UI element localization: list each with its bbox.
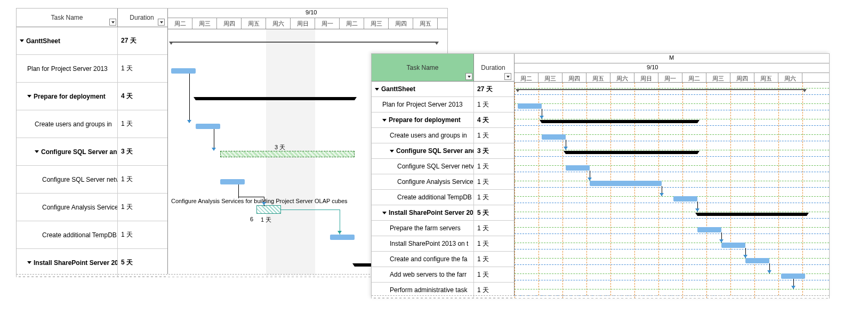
- summary-bar[interactable]: [171, 42, 437, 43]
- summary-bar[interactable]: [566, 151, 697, 154]
- day-header: 周三: [192, 18, 217, 29]
- table-row[interactable]: Configure SQL Server and A3 天: [17, 138, 167, 166]
- task-bar[interactable]: [781, 273, 805, 279]
- task-bar[interactable]: [518, 103, 542, 109]
- task-bar[interactable]: [590, 181, 662, 186]
- arrow-down-icon: [743, 255, 748, 258]
- arrow-down-icon: [767, 270, 771, 273]
- day-header: 周六: [610, 73, 634, 82]
- summary-bar[interactable]: [196, 97, 355, 100]
- day-header: 周五: [242, 18, 266, 29]
- task-name: Plan for Project Server 2013: [27, 65, 108, 73]
- table-row[interactable]: Configure SQL Server netv1 天: [17, 166, 167, 194]
- task-name: Prepare for deployment: [34, 93, 106, 100]
- task-name: Configure SQL Server netv: [42, 176, 118, 183]
- task-duration: 1 天: [118, 194, 166, 221]
- arrow-down-icon: [791, 286, 795, 289]
- filter-icon[interactable]: [158, 19, 165, 26]
- day-header: 周四: [389, 18, 413, 29]
- task-bar[interactable]: [171, 68, 196, 74]
- filter-icon[interactable]: [465, 73, 472, 80]
- col-task-name[interactable]: Task Name: [17, 9, 118, 27]
- progress-bar[interactable]: [220, 151, 355, 157]
- summary-bar[interactable]: [518, 89, 805, 90]
- task-duration: 1 天: [474, 174, 512, 189]
- table-row[interactable]: Prepare for deployment4 天: [372, 112, 514, 128]
- task-bar[interactable]: [196, 124, 220, 129]
- expand-caret-icon[interactable]: [390, 150, 394, 152]
- table-row[interactable]: Create and configure the fa1 天: [372, 252, 514, 267]
- day-header: 周五: [586, 73, 610, 82]
- summary-bar[interactable]: [542, 120, 697, 123]
- task-duration: 4 天: [118, 83, 166, 110]
- task-name: Create additional TempDB: [42, 231, 117, 239]
- table-row[interactable]: Install SharePoint 2013 on t1 天: [372, 236, 514, 252]
- table-row[interactable]: Create additional TempDB1 天: [17, 221, 167, 249]
- bar-annotation: Configure Analysis Services for building…: [171, 198, 348, 204]
- expand-caret-icon[interactable]: [382, 212, 387, 214]
- table-row[interactable]: Configure Analysis Service1 天: [17, 194, 167, 221]
- task-name: GanttSheet: [381, 85, 415, 93]
- task-name: Prepare the farm servers: [390, 224, 461, 232]
- day-header: 周二: [168, 18, 192, 29]
- table-row[interactable]: Prepare for deployment4 天: [17, 83, 167, 110]
- table-row[interactable]: Prepare the farm servers1 天: [372, 221, 514, 236]
- table-row[interactable]: Install SharePoint Server 205 天: [372, 205, 514, 221]
- task-name: Create additional TempDB: [397, 194, 472, 201]
- task-duration: 3 天: [474, 143, 512, 158]
- task-bar[interactable]: [566, 165, 590, 171]
- table-row[interactable]: Configure SQL Server and A3 天: [372, 143, 514, 159]
- filter-icon[interactable]: [504, 73, 511, 80]
- task-bar[interactable]: [697, 227, 721, 232]
- task-name: Prepare for deployment: [389, 116, 461, 124]
- task-duration: 1 天: [118, 55, 166, 82]
- summary-bar[interactable]: [697, 213, 807, 216]
- table-row[interactable]: GanttSheet27 天: [372, 82, 514, 97]
- col-duration[interactable]: Duration: [118, 9, 166, 27]
- task-bar[interactable]: [721, 243, 745, 248]
- arrow-down-icon: [187, 120, 191, 123]
- day-header: 周六: [778, 73, 802, 82]
- col-duration[interactable]: Duration: [474, 54, 512, 81]
- day-header: 周日: [291, 18, 315, 29]
- table-row[interactable]: Add web servers to the farr1 天: [372, 267, 514, 283]
- task-name: Install SharePoint Server 20: [389, 209, 473, 216]
- task-bar[interactable]: [220, 179, 245, 184]
- table-row[interactable]: Create users and groups in1 天: [372, 128, 514, 143]
- expand-caret-icon[interactable]: [382, 119, 387, 122]
- arrow-down-icon: [588, 178, 592, 181]
- expand-caret-icon[interactable]: [20, 39, 24, 42]
- table-row[interactable]: Plan for Project Server 20131 天: [372, 97, 514, 112]
- expand-caret-icon[interactable]: [27, 261, 31, 264]
- task-duration: 27 天: [474, 82, 512, 96]
- task-bar[interactable]: [673, 196, 697, 202]
- hatched-bar[interactable]: [256, 205, 281, 214]
- task-bar[interactable]: [745, 258, 769, 263]
- expand-caret-icon[interactable]: [375, 88, 379, 91]
- day-header: 周二: [682, 73, 706, 82]
- timeline[interactable]: M 9/10 周二周三周四周五周六周日周一周二周三周四周五周六: [515, 54, 829, 298]
- table-row[interactable]: GanttSheet27 天: [17, 27, 167, 55]
- table-row[interactable]: Create users and groups in1 天: [17, 110, 167, 138]
- table-row[interactable]: Plan for Project Server 20131 天: [17, 55, 167, 83]
- table-row[interactable]: Create additional TempDB1 天: [372, 190, 514, 205]
- filter-icon[interactable]: [109, 19, 116, 26]
- task-bar[interactable]: [330, 235, 355, 240]
- expand-caret-icon[interactable]: [35, 150, 39, 153]
- task-duration: 5 天: [474, 205, 512, 220]
- table-row[interactable]: Configure Analysis Service1 天: [372, 174, 514, 190]
- dependency-link: [189, 74, 190, 123]
- expand-caret-icon[interactable]: [27, 95, 31, 98]
- table-row[interactable]: Install SharePoint Server 205 天: [17, 249, 167, 277]
- task-bar[interactable]: [542, 134, 566, 140]
- bar-sublabel: 6: [250, 216, 253, 222]
- bar-label: 3 天: [275, 143, 285, 151]
- table-row[interactable]: Configure SQL Server netv1 天: [372, 159, 514, 174]
- col-task-name[interactable]: Task Name: [372, 54, 474, 81]
- day-header: 周一: [658, 73, 682, 82]
- task-grid: Task Name Duration GanttSheet27 天Plan fo…: [17, 9, 168, 277]
- day-header: 周日: [634, 73, 658, 82]
- task-duration: 27 天: [118, 27, 166, 54]
- gantt-panel-right: Task Name Duration GanttSheet27 天Plan fo…: [371, 53, 830, 299]
- bar-sublabel: 1 天: [261, 216, 271, 224]
